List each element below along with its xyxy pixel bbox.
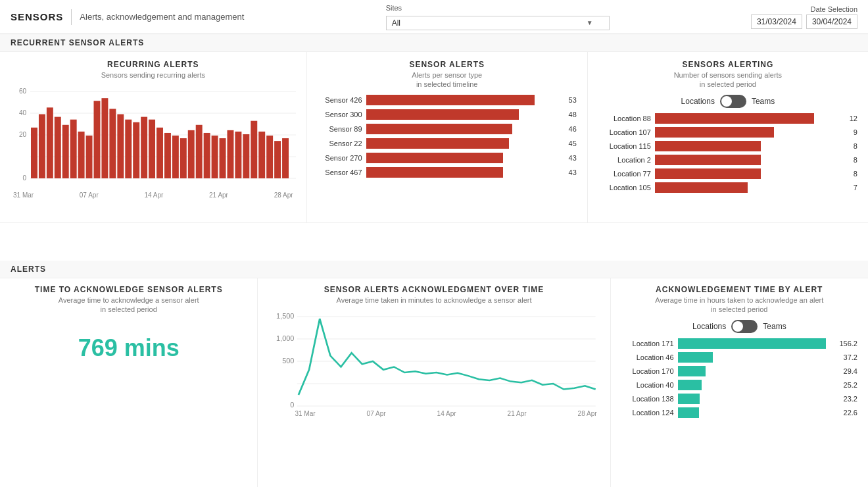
bar-fill <box>655 155 761 165</box>
top-charts-row: RECURRING ALERTS Sensors sending recurri… <box>0 52 868 223</box>
top-section: RECURRENT SENSOR ALERTS RECURRING ALERTS… <box>0 34 868 261</box>
main-content: RECURRENT SENSOR ALERTS RECURRING ALERTS… <box>0 34 868 487</box>
sensor-label: Sensor 22 <box>318 140 362 147</box>
list-item: Location 1079 <box>598 127 857 138</box>
bar-value: 43 <box>561 168 577 176</box>
ack-by-alert-title: ACKNOWLEDGEMENT TIME BY ALERT <box>621 285 857 294</box>
sites-label: Sites <box>386 4 402 12</box>
bar-track <box>678 380 830 390</box>
sensors-alerting-panel: SENSORS ALERTING Number of sensors sendi… <box>588 52 868 222</box>
date-section: Date Selection 31/03/2024 30/04/2024 <box>751 5 857 29</box>
sensors-alerting-subtitle: Number of sensors sending alerts in sele… <box>598 70 857 90</box>
x-label-3: 21 Apr <box>209 192 228 199</box>
sensor-label: Sensor 426 <box>318 96 362 104</box>
time-to-ack-subtitle: Average time to acknowledge a sensor ale… <box>11 295 247 315</box>
bar-fill <box>655 182 748 193</box>
ack-toggle-knob <box>733 321 743 332</box>
location-label: Location 105 <box>598 184 651 192</box>
list-item: Location 171156.2 <box>621 338 857 349</box>
recurring-alerts-title: RECURRING ALERTS <box>11 60 296 69</box>
bar-track <box>655 168 840 179</box>
bar-value: 46 <box>561 125 577 133</box>
bar-value: 23.2 <box>834 395 857 403</box>
bar-value: 45 <box>561 140 577 147</box>
bar-fill <box>366 109 519 120</box>
x-label-4: 28 Apr <box>274 192 293 199</box>
alerts-section-label: ALERTS <box>0 261 868 278</box>
bar-track <box>678 338 830 349</box>
location-label: Location 77 <box>598 170 651 178</box>
bar-fill <box>655 127 774 138</box>
recurring-x-axis: 31 Mar 07 Apr 14 Apr 21 Apr 28 Apr <box>11 192 296 199</box>
bar-fill <box>366 167 503 178</box>
bar-fill <box>366 124 512 134</box>
bar-track <box>366 167 557 178</box>
location-label: Location 124 <box>621 409 674 417</box>
list-item: Location 17029.4 <box>621 366 857 376</box>
list-item: Sensor 8946 <box>318 124 577 134</box>
bar-track <box>655 141 840 151</box>
bar-track <box>655 155 840 165</box>
locations-teams-toggle[interactable] <box>720 95 746 108</box>
bar-value: 9 <box>844 128 857 136</box>
sensor-ack-chart: 1,500 1,000 500 0 <box>268 310 599 409</box>
location-label: Location 115 <box>598 142 651 150</box>
bar-fill <box>655 113 814 124</box>
list-item: Sensor 2245 <box>318 138 577 149</box>
bar-track <box>655 127 840 138</box>
list-item: Location 12422.6 <box>621 407 857 418</box>
x-label-0: 31 Mar <box>13 192 34 199</box>
bar-fill <box>366 153 503 163</box>
sensor-label: Sensor 467 <box>318 168 362 176</box>
list-item: Location 8812 <box>598 113 857 124</box>
bar-value: 25.2 <box>834 381 857 389</box>
sites-value: All <box>392 18 400 28</box>
sensors-alerting-bars: Location 8812Location 1079Location 1158L… <box>598 113 857 193</box>
bar-track <box>678 394 830 404</box>
date-inputs: 31/03/2024 30/04/2024 <box>751 14 857 29</box>
bottom-charts-row: TIME TO ACKNOWLEDGE SENSOR ALERTS Averag… <box>0 278 868 487</box>
bar-fill <box>366 95 535 105</box>
sensor-label: Sensor 270 <box>318 154 362 162</box>
sensor-label: Sensor 300 <box>318 111 362 118</box>
bar-fill <box>678 380 702 390</box>
bar-value: 29.4 <box>834 367 857 375</box>
bar-track <box>678 352 830 363</box>
bar-value: 7 <box>844 184 857 192</box>
bar-fill <box>678 352 713 363</box>
location-label: Location 46 <box>621 353 674 361</box>
bar-value: 53 <box>561 96 577 104</box>
location-label: Location 138 <box>621 395 674 403</box>
bar-value: 156.2 <box>834 340 857 347</box>
toggle-teams-label: Teams <box>752 97 775 106</box>
date-from-input[interactable]: 31/03/2024 <box>751 14 802 29</box>
toggle-knob <box>721 96 732 107</box>
list-item: Location 28 <box>598 155 857 165</box>
bar-fill <box>678 366 706 376</box>
recurring-bars-canvas <box>11 85 296 190</box>
recurring-alerts-chart: 60 40 20 0 <box>11 85 296 190</box>
date-to-input[interactable]: 30/04/2024 <box>806 14 857 29</box>
list-item: Location 1158 <box>598 141 857 151</box>
location-label: Location 107 <box>598 128 651 136</box>
time-to-ack-value: 769 mins <box>11 334 247 362</box>
time-to-ack-title: TIME TO ACKNOWLEDGE SENSOR ALERTS <box>11 285 247 294</box>
list-item: Sensor 42653 <box>318 95 577 105</box>
bar-track <box>655 113 840 124</box>
location-label: Location 2 <box>598 156 651 164</box>
bar-track <box>366 95 557 105</box>
svg-text:0: 0 <box>291 402 295 409</box>
bottom-section: ALERTS TIME TO ACKNOWLEDGE SENSOR ALERTS… <box>0 261 868 487</box>
sites-section: Sites All ▼ <box>386 4 610 30</box>
list-item: Location 778 <box>598 168 857 179</box>
bar-value: 8 <box>844 156 857 164</box>
bar-value: 37.2 <box>834 353 857 361</box>
header: SENSORS Alerts, acknowledgement and mana… <box>0 0 868 34</box>
bar-track <box>655 182 840 193</box>
bar-track <box>366 153 557 163</box>
sensor-alerts-title: SENSOR ALERTS <box>318 60 577 69</box>
ack-by-alert-subtitle: Average time in hours taken to acknowled… <box>621 295 857 315</box>
list-item: Location 4637.2 <box>621 352 857 363</box>
sites-dropdown[interactable]: All ▼ <box>386 16 610 30</box>
ack-locations-teams-toggle[interactable] <box>731 320 758 333</box>
